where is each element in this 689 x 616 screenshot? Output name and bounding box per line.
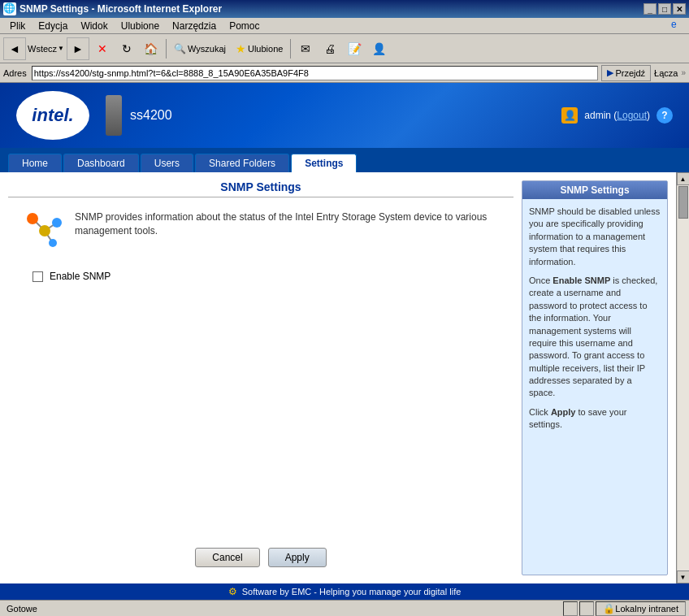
enable-snmp-label[interactable]: Enable SNMP [50,271,110,282]
status-panel-empty-2 [579,601,594,616]
back-label[interactable]: Wstecz [28,44,57,54]
user-text: admin (Logout) [584,110,650,121]
stop-button[interactable]: ✕ [91,37,114,60]
favorites-label: Ulubione [248,44,283,54]
edit-button[interactable]: 📝 [343,37,366,60]
back-button[interactable]: ◄ [3,37,26,60]
security-zone-panel: 🔒 Lokalny intranet [596,601,686,616]
favorites-button[interactable]: ★ Ulubione [232,37,287,60]
menu-edit[interactable]: Edycja [32,19,74,33]
menu-view[interactable]: Widok [74,19,114,33]
snmp-description-area: SNMP provides information about the stat… [8,210,514,251]
svg-point-8 [49,239,57,247]
title-divider [8,197,514,197]
nav-tabs: Home Dashboard Users Shared Folders Sett… [0,148,689,172]
help-panel: SNMP Settings SNMP should be disabled un… [522,180,668,575]
help-apply-bold: Apply [551,407,576,417]
status-bar: Gotowe 🔒 Lokalny intranet [0,600,689,616]
tab-users[interactable]: Users [141,154,193,172]
tab-shared-folders[interactable]: Shared Folders [195,154,289,172]
enable-snmp-checkbox[interactable] [32,271,43,282]
address-input[interactable] [32,66,599,80]
close-button[interactable]: ✕ [673,3,686,15]
device-name: ss4200 [130,108,172,123]
window-title: SNMP Settings - Microsoft Internet Explo… [20,3,222,15]
cancel-button[interactable]: Cancel [195,548,259,567]
status-panel-empty-1 [563,601,578,616]
help-button[interactable]: ? [656,107,673,124]
footer-text: Software by EMC - Helping you manage you… [242,587,462,596]
security-zone-text: Lokalny intranet [615,604,678,614]
svg-point-6 [27,213,38,224]
tab-settings[interactable]: Settings [291,154,357,172]
scrollbar[interactable]: ▲ ▼ [676,172,689,583]
go-button[interactable]: ▶ Przejdź [601,65,651,81]
main-area: SNMP Settings [0,172,676,583]
help-para-2-suffix: is checked, create a username and passwo… [529,275,657,398]
svg-text:e: e [671,19,677,30]
logout-link[interactable]: Logout [617,110,647,121]
forward-button[interactable]: ► [67,37,89,60]
menu-bar: Plik Edycja Widok Ulubione Narzędzia Pom… [0,18,689,34]
help-para-3-prefix: Click [529,407,551,417]
separator-1 [166,39,167,59]
address-bar: Adres ▶ Przejdź Łącza » [0,63,689,83]
app-icon: 🌐 [3,2,16,15]
help-para-3: Click Apply to save your settings. [529,406,661,432]
messenger-button[interactable]: 👤 [367,37,390,60]
browser-content: intel. ss4200 👤 admin (Logout) ? Home Da… [0,83,689,600]
lock-icon: 🔒 [603,603,615,614]
apply-button[interactable]: Apply [268,548,327,567]
window-controls: _ □ ✕ [644,3,686,15]
home-button[interactable]: 🏠 [140,37,162,60]
device-icon [106,95,122,136]
content-panel: SNMP Settings [8,180,514,575]
help-para-2: Once Enable SNMP is checked, create a us… [529,275,661,400]
help-enable-snmp-bold: Enable SNMP [552,275,610,285]
scroll-up-button[interactable]: ▲ [677,172,690,185]
help-panel-content: SNMP should be disabled unless you are s… [522,199,667,445]
menu-help[interactable]: Pomoc [223,19,266,33]
button-row: Cancel Apply [195,548,326,575]
footer-icon: ⚙ [228,586,237,597]
ie-logo-icon: e [670,18,686,31]
scroll-thumb[interactable] [678,186,688,219]
mail-button[interactable]: ✉ [294,37,317,60]
help-para-1: SNMP should be disabled unless you are s… [529,206,661,268]
search-button[interactable]: 🔍 Wyszukaj [170,37,230,60]
menu-favorites[interactable]: Ulubione [115,19,166,33]
search-label: Wyszukaj [188,44,226,54]
minimize-button[interactable]: _ [644,3,656,15]
status-panels: 🔒 Lokalny intranet [563,601,686,616]
toolbar: ◄ Wstecz ▼ ► ✕ ↻ 🏠 🔍 Wyszukaj ★ Ulubione… [0,34,689,63]
print-button[interactable]: 🖨 [318,37,341,60]
intel-logo: intel. [16,91,89,140]
title-bar: 🌐 SNMP Settings - Microsoft Internet Exp… [0,0,689,18]
scroll-down-button[interactable]: ▼ [677,570,690,583]
svg-point-5 [39,225,50,236]
snmp-description: SNMP provides information about the stat… [75,210,497,238]
separator-2 [290,39,291,59]
help-para-2-prefix: Once [529,275,552,285]
intel-logo-text: intel. [32,105,73,126]
menu-tools[interactable]: Narzędzia [166,19,223,33]
tab-dashboard[interactable]: Dashboard [63,154,139,172]
intel-header: intel. ss4200 👤 admin (Logout) ? [0,83,689,148]
scroll-track[interactable] [678,185,689,570]
main-container: SNMP Settings [0,172,689,583]
go-label: Przejdź [615,68,645,78]
user-info: 👤 admin (Logout) ? [561,107,673,124]
tab-home[interactable]: Home [8,154,62,172]
help-panel-title: SNMP Settings [522,181,667,199]
maximize-button[interactable]: □ [658,3,671,15]
browser-footer: ⚙ Software by EMC - Helping you manage y… [0,583,689,600]
status-text: Gotowe [3,604,37,614]
refresh-button[interactable]: ↻ [115,37,138,60]
svg-point-7 [52,218,62,228]
enable-snmp-row: Enable SNMP [8,271,514,282]
user-icon: 👤 [561,107,578,124]
page-title: SNMP Settings [8,180,514,193]
snmp-icon [24,210,65,251]
menu-file[interactable]: Plik [3,19,32,33]
address-label: Adres [3,68,27,78]
